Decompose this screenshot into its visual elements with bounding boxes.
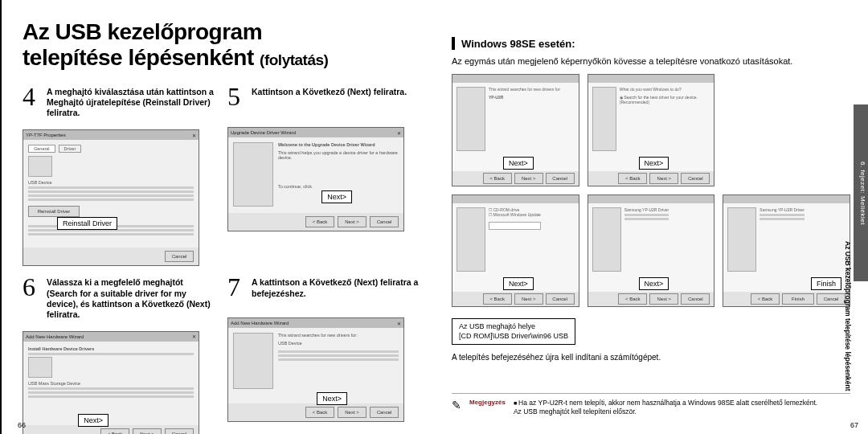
footnote-block: ✎ Megjegyzés Ha az YP-U2R-t nem telepíti… [452,393,850,416]
shotF-titlebar [723,195,850,203]
shotB-opt: Search for the best driver for your devi… [620,95,698,104]
shot7-back: < Back [305,407,334,418]
note-label: Megjegyzés [469,399,506,406]
win98-shot-b: What do you want Windows to do? ◉ Search… [588,74,715,186]
shot7-body: This wizard searches for new drivers for… [228,328,403,403]
wizard-graphic [457,207,485,272]
callout-next-d: Next> [503,277,534,290]
step-7-text: A kattintson a Következő (Next) feliratr… [252,274,421,300]
loc-path: [CD ROM]\USB Driver\win96 USB [459,332,568,342]
side-tab: 6. fejezet: Melléklet [854,104,868,281]
step-4-text: A meghajtó kiválasztása után kattintson … [47,84,216,118]
shotE-back: < Back [618,293,647,305]
shotB-back: < Back [618,173,647,184]
shot4-tab-driver: Driver [59,145,82,153]
wizard-graphic [592,87,616,151]
close-icon: ✕ [192,334,196,339]
driver-location-box: Az USB meghajtó helye [CD ROM]\USB Drive… [452,318,575,345]
win98-grid: This wizard searches for new drivers for… [452,74,850,307]
shotF-text: Samsung YP-U2R Driver [760,207,804,212]
shotD-back: < Back [483,293,512,305]
shot7-cancel: Cancel [370,407,399,418]
post-install-note: A telepítés befejezéséhez újra kell indí… [452,353,850,362]
shot4-buttons: Cancel [23,248,199,265]
shot6-buttons: < Back Next > Cancel [23,425,199,434]
step-4-cell: 4 A meghajtó kiválasztása után kattintso… [23,84,216,266]
screenshot-6: Add New Hardware Wizard✕ Install Hardwar… [23,331,199,434]
shotA-titlebar [452,75,579,83]
shot7-titlebar: Add New Hardware Wizard✕ [228,318,403,328]
callout-next-7: Next> [317,392,347,405]
shotD-titlebar [452,195,579,203]
page-title: Az USB kezelőprogram telepítése lépésenk… [23,19,421,71]
callout-next-6: Next> [78,414,108,427]
shot5-cancel: Cancel [370,216,399,227]
title-line1: Az USB kezelőprogram [23,19,262,44]
shot5-head: Welcome to the Upgrade Device Driver Wiz… [278,142,399,147]
shotB-next: Next > [649,173,678,184]
screenshot-4: YP-T7F Properties✕ General Driver USB De… [23,129,199,266]
shotA-text: This wizard searches for new drivers for… [489,87,561,92]
shot5-next: Next > [338,216,366,227]
win98-shot-a: This wizard searches for new drivers for… [452,74,579,186]
loc-title: Az USB meghajtó helye [459,322,568,332]
shot5-desc: This wizard helps you upgrade a device d… [278,150,399,160]
step-5-number: 5 [227,84,245,109]
step-7-header: 7 A kattintson a Következő (Next) felira… [227,274,421,300]
close-icon: ✕ [192,133,196,138]
step-7-cell: 7 A kattintson a Következő (Next) felira… [227,274,421,434]
step-5-cell: 5 Kattintson a Következő (Next) feliratr… [227,84,421,266]
step-6-number: 6 [23,274,40,320]
step-6-cell: 6 Válassza ki a megfelelő meghajtót (Sea… [23,274,216,434]
page-66: Az USB kezelőprogram telepítése lépésenk… [0,0,434,434]
win98-shot-d: ☐ CD-ROM drive ☐ Microsoft Windows Updat… [452,194,579,307]
step-7-number: 7 [227,274,245,300]
shot6-titlebar: Add New Hardware Wizard✕ [23,332,199,342]
shot6-next: Next > [133,428,162,434]
note-line1: Ha az YP-U2R-t nem telepíti, akkor nem h… [514,399,817,407]
shotF-finish: Finish [782,293,814,305]
shotB-titlebar [588,75,714,83]
step-6-text: Válassza ki a megfelelő meghajtót (Searc… [47,274,216,320]
shot6-body: Install Hardware Device Drivers USB Mass… [23,342,199,425]
screenshot-5: Upgrade Device Driver Wizard✕ Welcome to… [227,127,404,231]
callout-reinstall: Reinstall Driver [57,217,117,230]
callout-next-b: Next> [639,157,669,170]
note-line2: Az USB meghajtót kell telepíteni először… [514,407,817,416]
shot5-buttons: < Back Next > Cancel [228,213,403,231]
shotA-back: < Back [483,173,512,184]
shot5-title: Upgrade Device Driver Wizard [231,130,296,135]
shot4-tab-general: General [28,145,55,153]
shot6-line1: Install Hardware Device Drivers [28,346,194,351]
wizard-graphic [592,207,621,272]
shotF-back: < Back [751,293,780,305]
shot7-title: Add New Hardware Wizard [231,321,289,326]
title-line2: telepítése lépésenként [23,45,254,70]
shot5-back: < Back [305,216,334,227]
shot4-section: USB Device [28,180,194,185]
wizard-graphic [727,207,756,272]
note-icon: ✎ [452,399,461,411]
device-icon [28,357,52,378]
callout-next-a: Next> [503,157,534,170]
shot6-title: Add New Hardware Wizard [26,334,84,339]
shotA-next: Next > [514,173,543,184]
shotD-opt2: Microsoft Windows Update [493,212,540,217]
shotA-dev: YP-U2R [489,95,561,100]
shot7-line1: This wizard searches for new drivers for… [278,333,399,338]
callout-next-5: Next> [321,190,352,203]
shotD-next: Next > [514,293,543,305]
page-number-right: 67 [850,421,858,429]
shot4-cancel: Cancel [165,251,194,262]
wizard-graphic [233,333,273,389]
shot4-reinstall-button: Reinstall Driver [28,206,80,217]
page-number-left: 66 [18,421,26,429]
win98-heading: Windows 98SE esetén: [461,38,575,50]
shot5-titlebar: Upgrade Device Driver Wizard✕ [228,128,403,137]
win98-lead: Az egymás után megjelenő képernyőkön köv… [452,56,850,66]
shotE-next: Next > [649,293,678,305]
shot7-line2: USB Device [278,341,399,346]
wizard-graphic [233,142,273,207]
shot4-body: General Driver USB Device Reinstall Driv… [23,140,199,248]
step-4-number: 4 [23,84,40,118]
